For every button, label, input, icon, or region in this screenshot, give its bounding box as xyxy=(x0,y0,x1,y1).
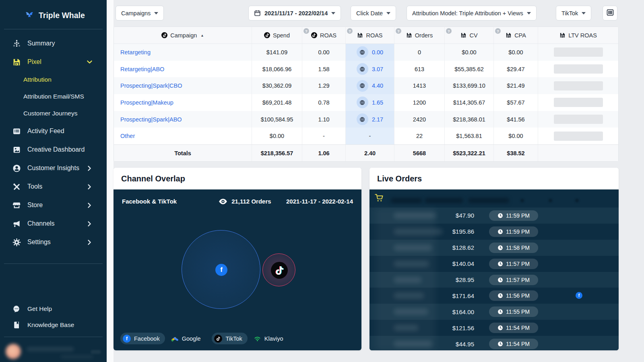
column-header-roas-pixel[interactable]: ?ROAS xyxy=(346,27,394,43)
date-range-picker[interactable]: 2021/11/17 - 2022/02/14 xyxy=(248,6,341,21)
help-icon[interactable]: ? xyxy=(495,28,501,34)
column-header-ltv-roas-pixel[interactable]: LTV ROAS xyxy=(538,27,618,43)
ltv-roas-cell xyxy=(538,61,618,78)
orders-column-header-redacted xyxy=(575,199,579,202)
sidebar-item-creative-dashboard[interactable]: Creative Dashboard xyxy=(0,140,107,159)
column-header-label: Campaign xyxy=(170,32,197,39)
order-time-pill: 11:59 PM xyxy=(489,210,538,221)
sidebar-item-customer-insights[interactable]: Customer Insights xyxy=(0,159,107,177)
column-header-cpa-pixel[interactable]: ?CPA xyxy=(494,27,538,43)
sidebar-item-knowledge-base[interactable]: Knowledge Base xyxy=(0,317,107,333)
campaign-link[interactable]: Prospecting|Spark|CBO xyxy=(120,82,182,89)
pixel-roas-value: 4.40 xyxy=(372,82,383,89)
totals-pixel-roas: 2.40 xyxy=(346,145,394,161)
tiktok-venn-circle[interactable] xyxy=(262,253,295,286)
live-orders-title: Live Orders xyxy=(369,168,619,189)
help-icon[interactable]: ? xyxy=(396,28,401,34)
channel-overlap-info: Facebook & TikTok 21,112 Orders 2021-11-… xyxy=(122,198,353,205)
channel-overlap-title: Channel Overlap xyxy=(114,168,361,189)
campaign-link[interactable]: Prospecting|Makeup xyxy=(120,99,173,106)
eye-icon xyxy=(219,198,227,205)
triple-whale-dashboard: Triple Whale SummaryPixelAttributionAttr… xyxy=(0,0,644,362)
roas-cell: 1.29 xyxy=(302,77,346,94)
cpa-cell: $41.56 xyxy=(494,111,538,128)
pixel-roas-cell: 1.65 xyxy=(346,94,394,111)
sidebar-item-store[interactable]: Store xyxy=(0,196,107,214)
totals-roas: 1.06 xyxy=(302,145,346,161)
channel-dropdown[interactable]: TikTok xyxy=(556,6,591,21)
sidebar-item-tools[interactable]: Tools xyxy=(0,177,107,196)
live-order-row: $140.0411:57 PM xyxy=(369,256,619,272)
brand[interactable]: Triple Whale xyxy=(0,0,107,21)
live-order-row: $28.9511:57 PM xyxy=(369,272,619,288)
campaign-link[interactable]: Prospecting|Spark|ABO xyxy=(120,116,182,123)
column-header-roas[interactable]: ?ROAS xyxy=(302,27,346,43)
sidebar-item-get-help[interactable]: Get Help xyxy=(0,301,107,317)
campaign-link[interactable]: Retargeting xyxy=(120,49,151,56)
pixel-icon xyxy=(12,58,21,66)
pixel-roas-value: 0.00 xyxy=(372,49,383,56)
order-name-redacted xyxy=(394,341,432,347)
legend-item-klaviyo[interactable]: Klaviyo xyxy=(254,333,289,344)
sidebar-subitem-attribution[interactable]: Attribution xyxy=(0,71,107,88)
user-subtext-redacted xyxy=(60,355,93,359)
legend-item-facebook[interactable]: fFacebook xyxy=(120,333,165,344)
sidebar-item-pixel[interactable]: Pixel xyxy=(0,53,107,71)
sort-asc-icon: ▲ xyxy=(200,33,204,37)
sidebar-item-label: Pixel xyxy=(27,58,41,66)
ltv-roas-cell xyxy=(538,77,618,94)
column-header-campaign[interactable]: Campaign▲ xyxy=(114,27,252,43)
clock-icon xyxy=(497,277,503,283)
orders-column-header-redacted xyxy=(468,198,509,203)
campaigns-dropdown[interactable]: Campaigns xyxy=(116,6,164,21)
user-account[interactable] xyxy=(0,340,107,362)
campaign-link[interactable]: Retargeting|ABO xyxy=(120,66,164,72)
column-header-spend[interactable]: Spend xyxy=(252,27,302,43)
summary-icon xyxy=(12,39,21,48)
order-price: $164.00 xyxy=(430,304,474,320)
cv-cell: $218,368.01 xyxy=(445,111,494,128)
spend-cell: $18,066.96 xyxy=(252,61,302,78)
help-icon[interactable]: ? xyxy=(303,28,309,34)
sidebar-subitem-attribution-email-sms[interactable]: Attribution Email/SMS xyxy=(0,88,107,105)
sidebar-item-channels[interactable]: Channels xyxy=(0,214,107,233)
sidebar-item-label: Channels xyxy=(27,220,55,227)
help-icon[interactable]: ? xyxy=(446,28,452,34)
help-icon xyxy=(12,304,21,313)
column-header-label: Spend xyxy=(273,32,290,39)
columns-settings-button[interactable] xyxy=(603,6,617,21)
attribution-model-dropdown[interactable]: Attribution Model: Triple Attribution + … xyxy=(407,6,537,21)
help-icon[interactable]: ? xyxy=(347,28,353,34)
pixel-icon xyxy=(406,32,412,38)
sidebar-item-activity-feed[interactable]: Activity Feed xyxy=(0,122,107,140)
live-order-row: $47.9011:59 PM xyxy=(369,208,619,224)
clock-icon xyxy=(497,245,503,251)
legend-label: Google xyxy=(182,335,201,342)
order-price: $171.64 xyxy=(430,288,474,304)
overlap-date-range: 2021-11-17 - 2022-02-14 xyxy=(286,198,353,205)
column-header-orders-pixel[interactable]: ?Orders xyxy=(394,27,445,43)
click-date-dropdown[interactable]: Click Date xyxy=(351,6,396,21)
campaign-link[interactable]: Other xyxy=(120,133,135,139)
insights-icon xyxy=(12,164,21,173)
facebook-venn-circle[interactable]: f xyxy=(182,230,260,309)
main-content: Campaigns 2021/11/17 - 2022/02/14 Click … xyxy=(114,0,644,362)
ltv-roas-cell xyxy=(538,94,618,111)
order-price: $47.90 xyxy=(430,208,474,224)
legend-item-tiktok[interactable]: TikTok xyxy=(212,333,247,344)
column-header-cv-pixel[interactable]: ?CV xyxy=(445,27,494,43)
roas-cell: 1.10 xyxy=(302,111,346,128)
content-gutter xyxy=(107,0,114,362)
sidebar-subitem-customer-journeys[interactable]: Customer Journeys xyxy=(0,105,107,122)
click-date-label: Click Date xyxy=(356,10,383,16)
sidebar-item-summary[interactable]: Summary xyxy=(0,34,107,53)
sidebar-item-settings[interactable]: Settings xyxy=(0,233,107,251)
chevron-down-icon xyxy=(331,12,335,14)
order-name-redacted xyxy=(394,292,424,299)
user-name-redacted xyxy=(27,347,74,352)
column-header-label: LTV ROAS xyxy=(568,32,597,39)
overlap-orders-count: 21,112 Orders xyxy=(231,198,271,205)
legend-item-google[interactable]: Google xyxy=(171,333,206,344)
order-price: $121.56 xyxy=(430,320,474,336)
table-row: Other$0.00--22$1,563.81$0.00 xyxy=(114,128,618,144)
